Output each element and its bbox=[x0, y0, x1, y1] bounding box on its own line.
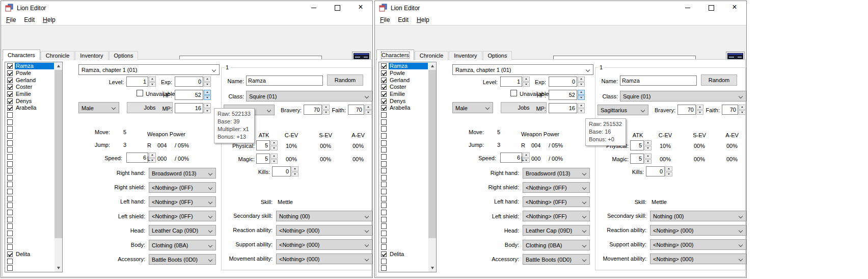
faith-value[interactable]: 70 bbox=[722, 105, 738, 115]
character-checkbox[interactable] bbox=[381, 161, 387, 167]
character-checkbox[interactable] bbox=[381, 112, 387, 118]
hp-down-button[interactable] bbox=[578, 95, 585, 100]
equipment-combo[interactable]: Broadsword (013) bbox=[523, 168, 590, 179]
character-row[interactable] bbox=[6, 209, 54, 216]
character-row[interactable] bbox=[379, 160, 428, 167]
character-row[interactable] bbox=[6, 112, 54, 119]
character-checkbox[interactable] bbox=[381, 147, 387, 153]
character-row[interactable] bbox=[379, 244, 428, 251]
character-checkbox[interactable] bbox=[7, 70, 13, 76]
hp-spinner[interactable]: 52 bbox=[549, 90, 585, 100]
character-checkbox[interactable] bbox=[7, 182, 13, 187]
character-row[interactable]: Emilie bbox=[6, 91, 54, 98]
bravery-spinner[interactable]: 70 bbox=[677, 105, 703, 115]
magic-atk-down-button[interactable] bbox=[270, 159, 278, 164]
bravery-value[interactable]: 70 bbox=[677, 105, 696, 115]
character-checkbox[interactable] bbox=[381, 217, 387, 222]
character-checkbox[interactable] bbox=[381, 202, 387, 208]
character-checkbox[interactable] bbox=[7, 244, 13, 250]
equipment-combo[interactable]: <Nothing> (0FF) bbox=[149, 211, 216, 221]
unavailable-checkbox[interactable] bbox=[510, 90, 517, 96]
bravery-value[interactable]: 70 bbox=[304, 105, 322, 115]
menu-edit[interactable]: Edit bbox=[394, 15, 413, 25]
faith-spinner[interactable]: 70 bbox=[348, 105, 372, 115]
character-row[interactable] bbox=[6, 133, 54, 140]
character-row[interactable] bbox=[6, 181, 54, 188]
magic-atk-value[interactable]: 5 bbox=[256, 154, 270, 164]
character-row[interactable] bbox=[379, 125, 428, 133]
character-checkbox[interactable] bbox=[7, 105, 13, 111]
character-checkbox[interactable] bbox=[7, 231, 13, 236]
kills-spinner[interactable]: 0 bbox=[272, 166, 299, 176]
character-row[interactable] bbox=[379, 216, 428, 223]
character-checkbox[interactable] bbox=[381, 189, 387, 194]
mp-spinner[interactable]: 16 bbox=[549, 103, 585, 113]
character-checkbox[interactable] bbox=[381, 84, 387, 90]
character-row[interactable] bbox=[6, 118, 54, 125]
character-checkbox[interactable] bbox=[381, 168, 387, 173]
character-row[interactable] bbox=[6, 146, 54, 154]
character-checkbox[interactable] bbox=[7, 175, 13, 181]
menu-help[interactable]: Help bbox=[413, 15, 433, 25]
equipment-combo[interactable]: Battle Boots (0D0) bbox=[523, 254, 590, 265]
character-checkbox[interactable] bbox=[381, 251, 387, 257]
character-checkbox[interactable] bbox=[381, 140, 387, 146]
tab-inventory[interactable]: Inventory bbox=[449, 51, 482, 60]
character-row[interactable]: Powle bbox=[6, 70, 54, 77]
unit-combo[interactable]: Ramza, chapter 1 (01) bbox=[452, 64, 593, 75]
name-input[interactable] bbox=[246, 75, 323, 86]
character-checkbox[interactable] bbox=[7, 259, 13, 264]
character-row[interactable]: Delita bbox=[379, 251, 428, 258]
mp-down-button[interactable] bbox=[578, 109, 585, 114]
character-checkbox[interactable] bbox=[381, 91, 387, 97]
minimize-button[interactable] bbox=[302, 1, 326, 14]
character-row[interactable] bbox=[379, 133, 428, 140]
bravery-down-button[interactable] bbox=[696, 110, 703, 115]
kills-down-button[interactable] bbox=[665, 172, 672, 177]
exp-up-button[interactable] bbox=[578, 77, 585, 82]
character-row[interactable]: Denys bbox=[6, 97, 54, 105]
character-checkbox[interactable] bbox=[381, 70, 387, 76]
tab-inventory[interactable]: Inventory bbox=[75, 51, 108, 60]
maximize-button[interactable] bbox=[699, 1, 723, 14]
character-row[interactable] bbox=[6, 258, 54, 265]
minimize-button[interactable] bbox=[676, 1, 699, 14]
mp-down-button[interactable] bbox=[204, 109, 211, 114]
speed-value[interactable]: 6 bbox=[500, 153, 522, 163]
character-checkbox[interactable] bbox=[7, 251, 13, 257]
character-row[interactable] bbox=[6, 160, 54, 167]
character-row[interactable]: Gerland bbox=[6, 77, 54, 84]
character-row[interactable]: Arabella bbox=[6, 105, 54, 112]
character-row[interactable] bbox=[6, 174, 54, 182]
character-checkbox[interactable] bbox=[7, 78, 13, 83]
character-row[interactable] bbox=[379, 146, 428, 154]
faith-down-button[interactable] bbox=[365, 110, 372, 115]
physical-atk-spinner[interactable]: 5 bbox=[630, 140, 652, 150]
character-row[interactable] bbox=[6, 223, 54, 230]
character-checkbox[interactable] bbox=[7, 223, 13, 229]
faith-spinner[interactable]: 70 bbox=[722, 105, 746, 115]
gender-combo[interactable]: Male bbox=[452, 102, 493, 113]
bravery-down-button[interactable] bbox=[322, 110, 330, 115]
equipment-combo[interactable]: Leather Cap (09D) bbox=[149, 225, 216, 236]
class-combo[interactable]: Squire (01) bbox=[620, 91, 746, 102]
class-combo[interactable]: Squire (01) bbox=[246, 91, 372, 102]
kills-value[interactable]: 0 bbox=[646, 166, 665, 176]
kills-value[interactable]: 0 bbox=[272, 166, 291, 176]
physical-atk-value[interactable]: 5 bbox=[630, 140, 644, 150]
ability-combo[interactable]: <Nothing> (000) bbox=[650, 239, 746, 250]
character-row[interactable] bbox=[6, 265, 54, 271]
character-checkbox[interactable] bbox=[7, 98, 13, 104]
scroll-up-button[interactable] bbox=[428, 62, 436, 70]
character-row[interactable]: Delita bbox=[6, 251, 54, 258]
magic-atk-up-button[interactable] bbox=[644, 154, 652, 159]
character-row[interactable]: Ramza bbox=[6, 63, 54, 70]
physical-atk-down-button[interactable] bbox=[270, 146, 278, 151]
equipment-combo[interactable]: Broadsword (013) bbox=[149, 168, 216, 179]
ability-combo[interactable]: <Nothing> (000) bbox=[650, 253, 746, 264]
character-checkbox[interactable] bbox=[381, 175, 387, 181]
character-row[interactable] bbox=[6, 230, 54, 237]
unit-combo[interactable]: Ramza, chapter 1 (01) bbox=[78, 64, 220, 75]
character-checkbox[interactable] bbox=[381, 244, 387, 250]
character-row[interactable] bbox=[379, 202, 428, 209]
